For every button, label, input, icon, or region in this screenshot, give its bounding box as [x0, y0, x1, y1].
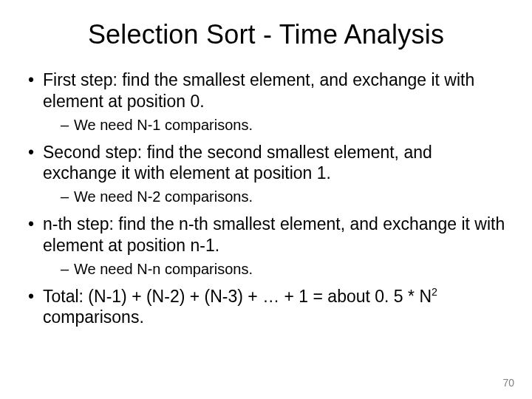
bullet-text: Total: (N-1) + (N-2) + (N-3) + … + 1 = a… [43, 287, 432, 306]
list-item: Second step: find the second smallest el… [27, 142, 505, 207]
list-item: Total: (N-1) + (N-2) + (N-3) + … + 1 = a… [27, 286, 505, 329]
bullet-text: Second step: find the second smallest el… [43, 143, 432, 183]
sub-list: We need N-1 comparisons. [43, 115, 505, 134]
sub-text: We need N-2 comparisons. [74, 188, 253, 205]
bullet-text: n-th step: find the n-th smallest elemen… [43, 214, 505, 255]
sub-list: We need N-n comparisons. [43, 259, 505, 279]
bullet-text: First step: find the smallest element, a… [43, 70, 474, 111]
sub-text: We need N-n comparisons. [74, 261, 253, 277]
superscript: 2 [432, 286, 437, 298]
list-item: First step: find the smallest element, a… [27, 69, 505, 134]
list-item: n-th step: find the n-th smallest elemen… [27, 214, 505, 279]
sub-item: We need N-1 comparisons. [61, 115, 505, 134]
bullet-list: First step: find the smallest element, a… [27, 69, 505, 328]
slide-title: Selection Sort - Time Analysis [27, 19, 505, 50]
sub-item: We need N-2 comparisons. [61, 187, 505, 206]
sub-list: We need N-2 comparisons. [43, 187, 505, 206]
sub-text: We need N-1 comparisons. [74, 117, 253, 133]
bullet-text-tail: comparisons. [43, 307, 144, 327]
slide: Selection Sort - Time Analysis First ste… [0, 0, 532, 399]
sub-item: We need N-n comparisons. [61, 259, 505, 279]
page-number: 70 [502, 377, 514, 389]
